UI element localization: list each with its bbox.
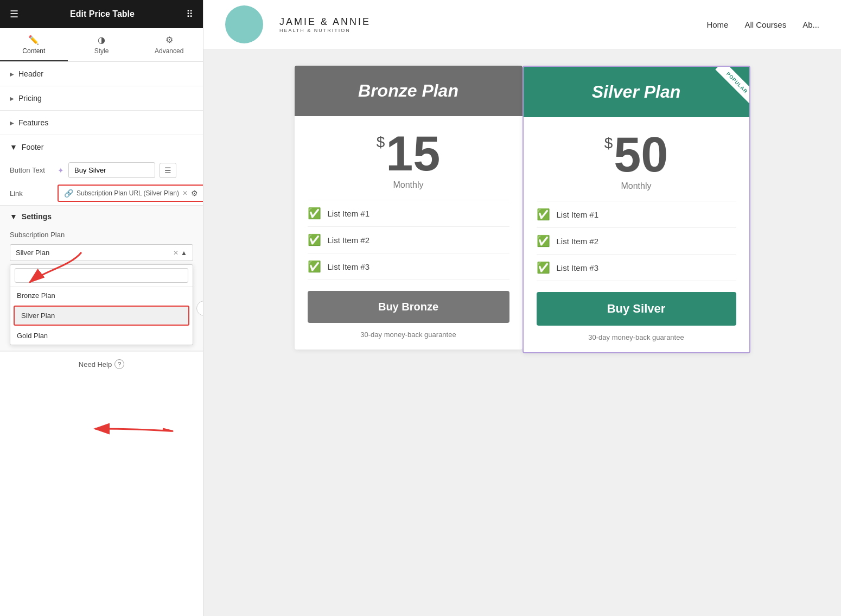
chevron-right-icon: ▶ xyxy=(10,71,14,77)
site-header: JAMIE & ANNIE HEALTH & NUTRITION Home Al… xyxy=(203,0,841,49)
dropdown-clear-btn[interactable]: ✕ xyxy=(173,249,179,257)
silver-check-icon-3: ✅ xyxy=(537,261,550,274)
accordion-header-toggle[interactable]: ▶ Header xyxy=(0,62,203,86)
accordion-features-toggle[interactable]: ▶ Features xyxy=(0,111,203,135)
bronze-header: Bronze Plan xyxy=(295,66,523,116)
dropdown-selected-text: Silver Plan xyxy=(16,249,173,257)
buy-bronze-button[interactable]: Buy Bronze xyxy=(308,291,509,323)
pricing-label: Pricing xyxy=(18,94,42,103)
popular-ribbon-container: POPULAR xyxy=(700,67,749,116)
tab-style[interactable]: ◑ Style xyxy=(68,28,136,61)
help-icon[interactable]: ? xyxy=(114,359,124,369)
accordion-footer-toggle[interactable]: ▼ Footer xyxy=(0,135,203,159)
grid-icon[interactable]: ⠿ xyxy=(186,8,193,20)
dropdown-arrow-icon: ▲ xyxy=(181,249,187,257)
bronze-guarantee: 30-day money-back guarantee xyxy=(308,331,509,339)
logo-text-main: JAMIE & ANNIE xyxy=(279,16,371,28)
settings-section: ▼ Settings Subscription Plan Silver Plan… xyxy=(0,205,203,351)
top-bar-title: Edit Price Table xyxy=(70,9,135,19)
link-field[interactable]: 🔗 Subscription Plan URL (Silver Plan) ✕ … xyxy=(58,185,203,202)
bronze-price-number: 15 xyxy=(386,129,440,178)
accordion-pricing: ▶ Pricing xyxy=(0,86,203,111)
features-label: Features xyxy=(18,118,48,127)
check-icon-3: ✅ xyxy=(308,260,321,273)
subscription-plan-label: Subscription Plan xyxy=(10,231,65,239)
silver-body: $ 50 Monthly ✅ List Item #1 ✅ List Item … xyxy=(524,117,749,352)
nav-home[interactable]: Home xyxy=(706,20,728,29)
dropdown-selected[interactable]: Silver Plan ✕ ▲ xyxy=(10,244,193,261)
link-icon[interactable]: 🔗 xyxy=(64,189,73,198)
bronze-title: Bronze Plan xyxy=(358,81,458,100)
dropdown-option-gold[interactable]: Gold Plan xyxy=(10,327,193,345)
header-label: Header xyxy=(18,69,43,78)
dropdown-option-bronze[interactable]: Bronze Plan xyxy=(10,287,193,304)
settings-label: Settings xyxy=(22,212,52,221)
bronze-feature-list: ✅ List Item #1 ✅ List Item #2 ✅ List Ite… xyxy=(308,200,509,280)
tab-advanced[interactable]: ⚙ Advanced xyxy=(135,28,203,61)
button-text-label: Button Text xyxy=(10,166,53,174)
popular-ribbon: POPULAR xyxy=(715,67,749,104)
tab-content[interactable]: ✏️ Content xyxy=(0,28,68,61)
silver-guarantee: 30-day money-back guarantee xyxy=(537,333,736,341)
check-icon-1: ✅ xyxy=(308,207,321,220)
bronze-price-period: Monthly xyxy=(308,180,509,190)
silver-check-icon-1: ✅ xyxy=(537,208,550,221)
nav-courses[interactable]: All Courses xyxy=(744,20,786,29)
dropdown-popup: Bronze Plan Silver Plan Gold Plan xyxy=(10,264,193,345)
pricing-area: Bronze Plan $ 15 Monthly ✅ List Item #1 … xyxy=(203,49,841,380)
silver-check-icon-2: ✅ xyxy=(537,234,550,247)
pencil-icon: ✏️ xyxy=(28,35,39,45)
hamburger-icon[interactable]: ☰ xyxy=(10,8,18,20)
silver-price-number: 50 xyxy=(614,130,668,179)
accordion-features: ▶ Features xyxy=(0,111,203,135)
bronze-feature-3: ✅ List Item #3 xyxy=(308,253,509,280)
subscription-plan-label-row: Subscription Plan xyxy=(0,227,203,242)
accordion-header: ▶ Header xyxy=(0,62,203,86)
link-label: Link xyxy=(10,189,53,198)
bronze-feature-2: ✅ List Item #2 xyxy=(308,227,509,253)
button-text-input[interactable] xyxy=(68,162,155,178)
bronze-card: Bronze Plan $ 15 Monthly ✅ List Item #1 … xyxy=(295,66,523,350)
chevron-down-icon-footer: ▼ xyxy=(10,143,17,151)
silver-header: Silver Plan POPULAR xyxy=(524,67,749,117)
tabs-row: ✏️ Content ◑ Style ⚙ Advanced xyxy=(0,28,203,62)
top-bar: ☰ Edit Price Table ⠿ xyxy=(0,0,203,28)
nav-about[interactable]: Ab... xyxy=(802,20,819,29)
dropdown-search-area xyxy=(10,265,193,287)
dropdown-search-input[interactable] xyxy=(15,268,188,283)
need-help-text: Need Help xyxy=(79,360,112,369)
settings-header-toggle[interactable]: ▼ Settings xyxy=(0,206,203,227)
dynamic-tag-icon[interactable]: ✦ xyxy=(58,166,64,175)
bronze-feature-1: ✅ List Item #1 xyxy=(308,200,509,227)
buy-silver-button[interactable]: Buy Silver xyxy=(537,292,736,326)
button-text-row: Button Text ✦ ☰ xyxy=(0,159,203,181)
left-panel: ☰ Edit Price Table ⠿ ✏️ Content ◑ Style … xyxy=(0,0,203,616)
chevron-down-icon-settings: ▼ xyxy=(10,212,17,221)
chevron-right-icon-features: ▶ xyxy=(10,120,14,126)
style-icon: ◑ xyxy=(98,35,105,45)
silver-feature-3: ✅ List Item #3 xyxy=(537,255,736,281)
check-icon-2: ✅ xyxy=(308,233,321,246)
panel-content: ▶ Header ▶ Pricing ▶ Features ▼ Footer xyxy=(0,62,203,616)
link-close-icon[interactable]: ✕ xyxy=(182,189,188,197)
silver-card: Silver Plan POPULAR $ 50 Monthly ✅ List … xyxy=(523,66,750,353)
silver-price-period: Monthly xyxy=(537,181,736,191)
bronze-body: $ 15 Monthly ✅ List Item #1 ✅ List Item … xyxy=(295,116,523,350)
accordion-pricing-toggle[interactable]: ▶ Pricing xyxy=(0,86,203,110)
bronze-price-display: $ 15 xyxy=(308,129,509,178)
dropdown-option-silver[interactable]: Silver Plan xyxy=(14,306,189,326)
link-gear-icon[interactable]: ⚙ xyxy=(191,189,198,198)
logo-circle xyxy=(225,5,263,43)
link-field-text: Subscription Plan URL (Silver Plan) xyxy=(77,189,179,197)
accordion-footer: ▼ Footer Button Text ✦ ☰ Link 🔗 Subscrip… xyxy=(0,135,203,351)
silver-feature-1: ✅ List Item #1 xyxy=(537,201,736,228)
silver-price-display: $ 50 xyxy=(537,130,736,179)
chevron-right-icon-pricing: ▶ xyxy=(10,96,14,101)
logo-text-sub: HEALTH & NUTRITION xyxy=(279,28,371,33)
link-row: Link 🔗 Subscription Plan URL (Silver Pla… xyxy=(0,181,203,205)
gear-icon: ⚙ xyxy=(165,35,173,45)
footer-label: Footer xyxy=(22,143,43,151)
right-panel: JAMIE & ANNIE HEALTH & NUTRITION Home Al… xyxy=(203,0,841,616)
align-icon-btn[interactable]: ☰ xyxy=(160,163,176,178)
logo-text-area: JAMIE & ANNIE HEALTH & NUTRITION xyxy=(279,16,371,33)
